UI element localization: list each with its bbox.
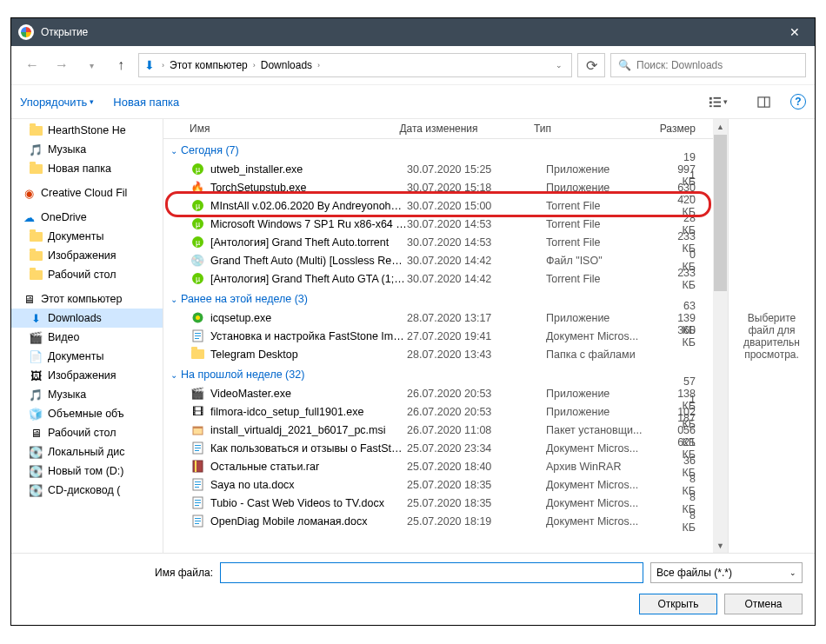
sidebar-item[interactable]: 💽Локальный дис [11,442,163,461]
sidebar-item[interactable]: 📄Документы [11,347,163,366]
sidebar-item-label: Новый том (D:) [48,465,124,477]
file-row[interactable]: µ[Антология] Grand Theft Auto.torrent30.… [163,233,713,251]
doc-icon [190,478,205,491]
file-type: Файл "ISO" [546,255,676,267]
file-row[interactable]: µ[Антология] Grand Theft Auto GTA (1; Lo… [163,269,713,288]
disk-icon: 💽 [29,464,43,478]
up-button[interactable]: ↑ [109,53,133,77]
folder-icon [29,123,43,137]
col-date[interactable]: Дата изменения [399,123,534,135]
svg-rect-22 [195,335,201,336]
file-row[interactable]: Saya no uta.docx25.07.2020 18:35Документ… [163,475,713,494]
sidebar-item[interactable]: ⬇Downloads [11,309,163,328]
file-date: 26.07.2020 20:53 [407,406,546,418]
chrome-icon [18,24,34,40]
file-row[interactable]: µMicrosoft Windows 7 SP1 Ru x86-x64 Ori.… [163,215,713,233]
download-icon: ⬇ [29,311,43,325]
cancel-button[interactable]: Отмена [724,594,803,614]
new-folder-button[interactable]: Новая папка [113,96,179,109]
iso-icon: 💿 [190,254,205,267]
sidebar-item[interactable]: 🎬Видео [11,328,163,347]
preview-pane-button[interactable] [745,90,782,113]
search-box[interactable]: 🔍 [610,53,806,77]
sidebar-item[interactable]: 🧊Объемные объ [11,404,163,423]
cc-icon: ◉ [22,186,36,200]
file-name: install_virtualdj_2021_b6017_pc.msi [210,424,407,436]
svg-rect-42 [195,521,201,521]
svg-rect-25 [193,427,203,428]
folder-icon [29,249,43,262]
sidebar-item[interactable]: ☁OneDrive [11,208,163,227]
sidebar-item[interactable]: Рабочий стол [11,265,163,284]
folder-icon [29,229,43,243]
svg-rect-37 [195,500,201,501]
sidebar-item[interactable]: 🖥Этот компьютер [11,289,163,309]
file-type: Документ Micros... [546,497,676,509]
file-row[interactable]: Остальные статьи.rar25.07.2020 18:40Архи… [163,457,713,475]
file-row[interactable]: 🔥TorchSetupstub.exe30.07.2020 15:18Прило… [163,178,713,196]
sidebar-item-label: CD-дисковод ( [48,484,120,496]
path-folder[interactable]: Downloads [261,59,312,71]
path-root[interactable]: Этот компьютер [170,59,248,71]
search-input[interactable] [636,59,798,71]
open-button[interactable]: Открыть [639,594,717,614]
close-icon[interactable]: ✕ [775,18,815,46]
back-button[interactable]: ← [20,53,44,77]
sidebar-item[interactable]: 🎵Музыка [11,385,163,404]
recent-dropdown-icon[interactable]: ▾ [79,53,103,77]
doc-icon [190,515,205,528]
view-mode-button[interactable]: ▾ [700,90,736,113]
file-row[interactable]: µMInstAll v.02.06.2020 By Andreyonohov .… [163,196,713,215]
svg-rect-41 [195,518,201,519]
svg-rect-2 [709,105,712,107]
file-row[interactable]: 🎞filmora-idco_setup_full1901.exe26.07.20… [163,402,713,421]
help-icon[interactable]: ? [790,94,806,110]
file-date: 28.07.2020 13:17 [407,312,546,324]
file-type: Документ Micros... [546,479,676,491]
file-name: icqsetup.exe [210,312,407,324]
sidebar-item[interactable]: Новая папка [11,159,163,178]
file-scrollbar[interactable]: ▲ ▼ [713,119,728,553]
file-row[interactable]: OpenDiag Mobile ломаная.docx25.07.2020 1… [163,512,713,530]
filename-input[interactable] [220,562,643,583]
sidebar-item[interactable]: 🎵Музыка [11,140,163,159]
sidebar-item[interactable]: Документы [11,227,163,246]
sidebar-item[interactable]: HearthStone He [11,121,163,140]
sidebar-item[interactable]: Изображения [11,246,163,265]
file-name: [Антология] Grand Theft Auto GTA (1; Lo.… [210,273,407,285]
file-row[interactable]: Tubio - Cast Web Videos to TV.docx25.07.… [163,494,713,512]
file-row[interactable]: install_virtualdj_2021_b6017_pc.msi26.07… [163,421,713,439]
file-row[interactable]: Как пользоваться и отзывы о FastStone ..… [163,439,713,457]
file-row[interactable]: 🎬VideoMaster.exe26.07.2020 20:53Приложен… [163,384,713,402]
sidebar-item[interactable]: ◉Creative Cloud Fil [11,183,163,202]
group-header[interactable]: ⌄Сегодня (7) [163,139,713,160]
group-header[interactable]: ⌄На прошлой неделе (32) [163,363,713,384]
path-dropdown-icon[interactable]: ⌄ [556,61,563,70]
sidebar-item[interactable]: 🖥Рабочий стол [11,423,163,442]
address-bar[interactable]: ⬇ › Этот компьютер › Downloads › ⌄ [138,53,572,77]
col-name[interactable]: Имя [190,123,399,135]
group-header[interactable]: ⌄Ранее на этой неделе (3) [163,288,713,309]
sidebar-item[interactable]: 🖼Изображения [11,366,163,385]
footer: Имя файла: Все файлы (*.*) ⌄ Открыть Отм… [11,553,815,625]
sidebar-item[interactable]: 💽CD-дисковод ( [11,481,163,500]
organize-button[interactable]: Упорядочить ▾ [20,96,94,109]
chevron-right-icon: › [253,61,256,70]
file-row[interactable]: Установка и настройка FastStone Image...… [163,327,713,345]
file-date: 27.07.2020 19:41 [407,330,546,342]
svg-rect-38 [195,502,201,503]
col-type[interactable]: Тип [534,123,660,135]
file-date: 25.07.2020 18:35 [407,479,546,491]
sidebar-item-label: Рабочий стол [48,269,116,281]
file-row[interactable]: µutweb_installer.exe30.07.2020 15:25Прил… [163,160,713,178]
file-row[interactable]: icqsetup.exe28.07.2020 13:17Приложение63… [163,309,713,327]
file-type: Приложение [546,163,676,176]
svg-text:µ: µ [195,165,199,174]
file-filter-dropdown[interactable]: Все файлы (*.*) ⌄ [650,562,803,583]
col-size[interactable]: Размер [660,123,713,135]
refresh-button[interactable]: ⟳ [577,53,605,77]
sidebar-item[interactable]: 💽Новый том (D:) [11,461,163,481]
file-row[interactable]: Telegram Desktop28.07.2020 13:43Папка с … [163,345,713,363]
file-row[interactable]: 💿Grand Theft Auto (Multi) [Lossless RePa… [163,251,713,269]
file-name: Telegram Desktop [210,349,407,361]
